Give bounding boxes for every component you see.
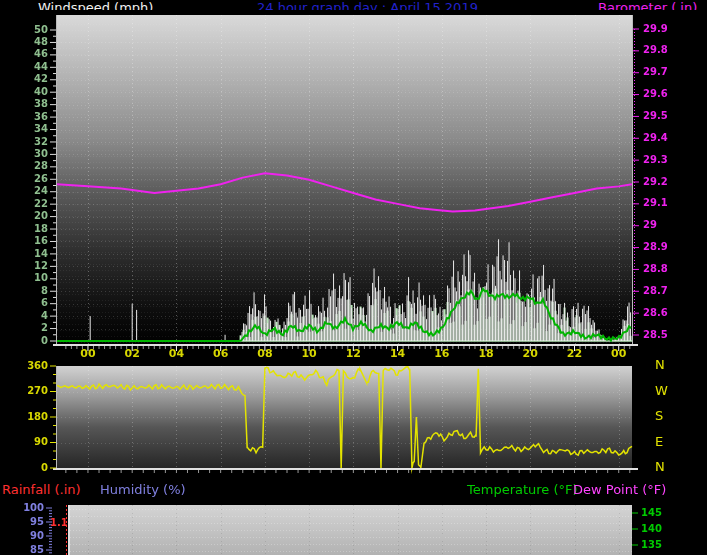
- dewpoint-title: Dew Point (°F): [573, 483, 666, 497]
- wind-direction-chart: [0, 358, 707, 480]
- temperature-title: Temperature (°F): [467, 483, 578, 497]
- windspeed-barometer-chart: [0, 10, 707, 362]
- humidity-title: Humidity (%): [100, 483, 186, 497]
- rainfall-humidity-temp-chart: [0, 500, 707, 555]
- weather-graph-screen: Windspeed (mph) 24 hour graph day : Apri…: [0, 0, 707, 555]
- rainfall-title: Rainfall (.in): [2, 483, 81, 497]
